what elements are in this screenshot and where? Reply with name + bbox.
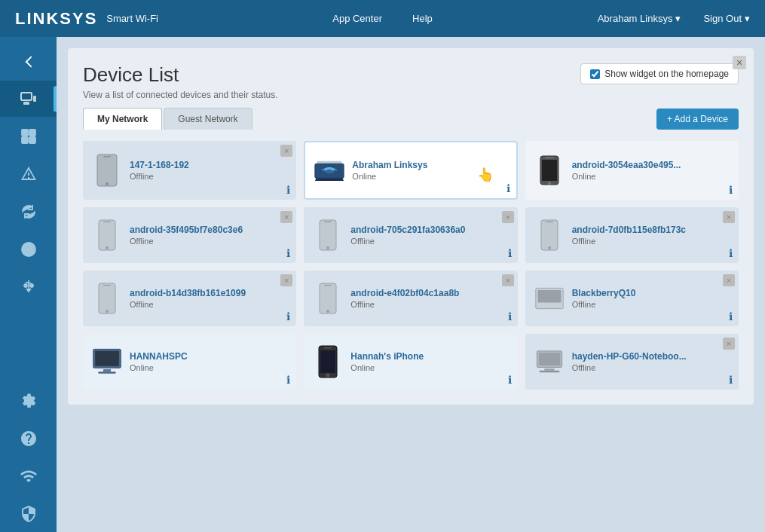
device-close-blackberry[interactable]: ×	[723, 274, 735, 286]
info-icon-hannahspc[interactable]: ℹ	[286, 374, 290, 386]
svg-rect-32	[103, 285, 111, 286]
svg-point-30	[548, 246, 551, 249]
tab-guest-network[interactable]: Guest Network	[164, 108, 252, 130]
svg-point-33	[106, 310, 109, 313]
device-close-android35f4[interactable]: ×	[280, 211, 292, 223]
info-icon-android7d0f[interactable]: ℹ	[729, 247, 733, 259]
device-icon-android705c	[313, 216, 343, 254]
svg-rect-50	[539, 371, 559, 373]
panel-subtitle: View a list of connected devices and the…	[83, 90, 278, 100]
device-grid: × 147-1-168-192 Offline ℹ	[83, 141, 739, 390]
device-close-android705c[interactable]: ×	[502, 211, 514, 223]
info-icon-hayden[interactable]: ℹ	[729, 374, 733, 386]
device-card-hannahspc[interactable]: HANNAHSPC Online ℹ	[83, 334, 296, 390]
info-icon-android705c[interactable]: ℹ	[508, 247, 512, 259]
device-icon-abraham	[314, 151, 344, 189]
device-close-hayden[interactable]: ×	[723, 338, 735, 350]
svg-rect-13	[103, 156, 111, 157]
panel-title: Device List	[83, 63, 278, 87]
device-card-hayden[interactable]: × hayden-HP-G60-Noteboo... Offline ℹ	[525, 334, 739, 390]
svg-rect-44	[324, 347, 332, 349]
device-name-android7d0f: android-7d0fb115e8fb173c	[572, 225, 730, 235]
device-card-android705c[interactable]: × android-705c291fa30636a0 Offline ℹ	[304, 207, 517, 263]
app-center-link[interactable]: App Center	[332, 13, 382, 24]
device-card-androidb14d[interactable]: × android-b14d38fb161e1099 Offline ℹ	[83, 271, 296, 326]
svg-rect-3	[22, 130, 28, 136]
device-close-androidb14d[interactable]: ×	[280, 274, 292, 286]
sidebar-item-usb[interactable]	[0, 269, 57, 305]
info-icon-abraham[interactable]: ℹ	[506, 182, 510, 194]
svg-point-45	[326, 374, 330, 378]
sidebar-back-button[interactable]	[0, 44, 57, 79]
svg-point-11	[30, 284, 33, 287]
svg-rect-1	[23, 102, 29, 105]
svg-rect-34	[320, 283, 336, 313]
signout-dropdown-icon: ▾	[745, 13, 750, 24]
sidebar-item-alert[interactable]	[0, 156, 57, 192]
device-icon-hannahspc	[92, 343, 122, 381]
device-icon-android3054	[534, 151, 565, 189]
device-name-androide4f0: android-e4f02bf04c1aa8b	[350, 288, 508, 298]
device-card-androide4f0[interactable]: × android-e4f02bf04c1aa8b Offline ℹ	[304, 271, 517, 326]
info-icon-147[interactable]: ℹ	[286, 184, 290, 196]
help-link[interactable]: Help	[412, 13, 433, 24]
panel-close-button[interactable]: ×	[733, 56, 746, 69]
show-widget-checkbox[interactable]	[590, 69, 600, 79]
sidebar-item-security[interactable]	[0, 496, 57, 532]
add-device-button[interactable]: + Add a Device	[656, 109, 739, 130]
sidebar-item-clock[interactable]	[0, 231, 57, 268]
tab-my-network[interactable]: My Network	[83, 108, 162, 130]
sign-out-link[interactable]: Sign Out ▾	[703, 13, 750, 24]
info-icon-android3054[interactable]: ℹ	[729, 184, 733, 196]
device-close-androide4f0[interactable]: ×	[502, 274, 514, 286]
device-status-hayden: Offline	[572, 363, 730, 372]
user-menu[interactable]: Abraham Linksys ▾	[598, 13, 681, 24]
device-list-panel: Device List View a list of connected dev…	[68, 48, 754, 405]
device-name-android3054: android-3054eaa30e495...	[572, 160, 730, 170]
device-card-blackberry[interactable]: × BlackberryQ10 Offline ℹ	[525, 271, 739, 326]
device-details-hayden: hayden-HP-G60-Noteboo... Offline	[572, 351, 730, 372]
show-widget-button[interactable]: Show widget on the homepage	[580, 63, 739, 84]
device-card-android35f4[interactable]: × android-35f495bf7e80c3e6 Offline ℹ	[83, 207, 296, 263]
info-icon-blackberry[interactable]: ℹ	[729, 310, 733, 323]
svg-rect-35	[324, 285, 332, 286]
device-card-android7d0f[interactable]: × android-7d0fb115e8fb173c Offline ℹ	[525, 207, 739, 263]
device-close-147[interactable]: ×	[280, 145, 292, 157]
device-details-androidb14d: android-b14d38fb161e1099 Offline	[130, 288, 287, 309]
sidebar-item-help[interactable]	[0, 420, 57, 457]
top-navigation: LINKSYS Smart Wi-Fi App Center Help Abra…	[0, 0, 765, 37]
device-name-android705c: android-705c291fa30636a0	[350, 225, 508, 235]
sidebar-item-devices[interactable]	[0, 81, 57, 117]
sidebar-item-parental[interactable]	[0, 118, 57, 154]
svg-rect-29	[546, 222, 553, 222]
device-name-abraham: Abraham Linksys	[352, 160, 506, 170]
svg-rect-4	[29, 130, 35, 136]
device-name-hannah-iphone: Hannah's iPhone	[350, 351, 508, 362]
info-icon-androidb14d[interactable]: ℹ	[286, 310, 290, 323]
device-details-blackberry: BlackberryQ10 Offline	[572, 288, 730, 309]
device-name-hannahspc: HANNAHSPC	[130, 351, 287, 362]
device-card-hannah-iphone[interactable]: Hannah's iPhone Online ℹ	[304, 334, 517, 390]
sidebar-item-wifi[interactable]	[0, 458, 57, 494]
svg-rect-46	[320, 350, 335, 373]
sidebar-item-settings[interactable]	[0, 383, 57, 419]
nav-center: App Center Help	[332, 13, 433, 24]
device-icon-android7d0f	[534, 216, 565, 254]
device-icon-hayden	[534, 343, 565, 381]
device-card-abraham[interactable]: Abraham Linksys Online ℹ 👆	[304, 141, 517, 200]
device-status-androide4f0: Offline	[350, 300, 508, 309]
svg-rect-22	[99, 220, 115, 250]
info-icon-androide4f0[interactable]: ℹ	[508, 310, 512, 323]
device-close-android7d0f[interactable]: ×	[723, 211, 735, 223]
device-status-147: Offline	[130, 172, 287, 181]
svg-point-20	[548, 182, 551, 185]
device-details-androide4f0: android-e4f02bf04c1aa8b Offline	[350, 288, 508, 309]
info-icon-android35f4[interactable]: ℹ	[286, 247, 290, 259]
info-icon-hannah-iphone[interactable]: ℹ	[508, 374, 512, 386]
device-card-147[interactable]: × 147-1-168-192 Offline ℹ	[83, 141, 296, 200]
svg-rect-48	[538, 353, 559, 365]
device-details-android7d0f: android-7d0fb115e8fb173c Offline	[572, 225, 730, 246]
svg-rect-31	[99, 283, 115, 313]
device-card-android3054[interactable]: android-3054eaa30e495... Online ℹ	[525, 141, 739, 200]
sidebar-item-update[interactable]	[0, 194, 57, 230]
